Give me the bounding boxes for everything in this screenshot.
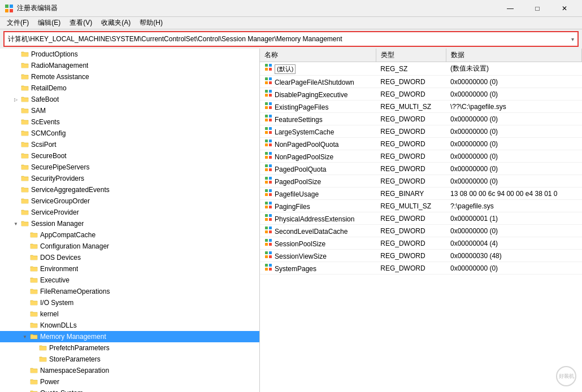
tree-item[interactable]: StoreParameters bbox=[0, 354, 259, 365]
menu-item-查看V[interactable]: 查看(V) bbox=[65, 17, 97, 29]
table-row[interactable]: DisablePagingExecutiveREG_DWORD0x0000000… bbox=[260, 88, 582, 101]
tree-toggle-icon[interactable] bbox=[11, 61, 20, 70]
tree-toggle-icon[interactable] bbox=[20, 298, 29, 307]
tree-toggle-icon[interactable] bbox=[11, 151, 20, 160]
tree-toggle-icon[interactable] bbox=[11, 50, 20, 59]
tree-toggle-icon[interactable]: ▷ bbox=[11, 95, 20, 104]
svg-rect-30 bbox=[40, 347, 46, 350]
table-row[interactable]: SecondLevelDataCacheREG_DWORD0x00000000 … bbox=[260, 225, 582, 237]
tree-toggle-icon[interactable] bbox=[29, 355, 38, 364]
menu-item-文件F[interactable]: 文件(F) bbox=[2, 17, 33, 29]
tree-toggle-icon[interactable] bbox=[11, 72, 20, 81]
address-dropdown-icon[interactable]: ▾ bbox=[571, 36, 574, 42]
tree-item[interactable]: I/O System bbox=[0, 297, 259, 308]
tree-item[interactable]: ▼ Memory Management bbox=[0, 331, 259, 342]
tree-toggle-icon[interactable] bbox=[11, 106, 20, 115]
maximize-button[interactable]: □ bbox=[524, 0, 550, 17]
reg-data: 0x00000000 (0) bbox=[446, 262, 581, 275]
tree-item[interactable]: Executive bbox=[0, 275, 259, 286]
tree-toggle-icon[interactable] bbox=[11, 84, 20, 93]
address-bar[interactable]: 计算机\HKEY_LOCAL_MACHINE\SYSTEM\CurrentCon… bbox=[3, 31, 579, 47]
reg-data: ?:\pagefile.sys bbox=[446, 200, 581, 212]
tree-item[interactable]: KnownDLLs bbox=[0, 320, 259, 331]
tree-toggle-icon[interactable] bbox=[20, 389, 29, 392]
tree-item[interactable]: RetailDemo bbox=[0, 82, 259, 94]
reg-name: SystemPages bbox=[260, 262, 376, 275]
svg-rect-65 bbox=[265, 156, 268, 159]
table-row[interactable]: NonPagedPoolQuotaREG_DWORD0x00000000 (0) bbox=[260, 138, 582, 150]
tree-item[interactable]: Power bbox=[0, 376, 259, 387]
table-row[interactable]: LargeSystemCacheREG_DWORD0x00000000 (0) bbox=[260, 125, 582, 138]
tree-toggle-icon[interactable] bbox=[11, 140, 20, 149]
tree-item[interactable]: SecureBoot bbox=[0, 150, 259, 162]
table-row[interactable]: PagedPoolQuotaREG_DWORD0x00000000 (0) bbox=[260, 163, 582, 175]
tree-item[interactable]: RadioManagement bbox=[0, 60, 259, 71]
tree-item[interactable]: ScsiPort bbox=[0, 139, 259, 150]
tree-toggle-icon[interactable] bbox=[11, 129, 20, 138]
svg-rect-33 bbox=[31, 381, 37, 384]
tree-toggle-icon[interactable] bbox=[20, 287, 29, 296]
table-row[interactable]: ExistingPageFilesREG_MULTI_SZ\??\C:\page… bbox=[260, 101, 582, 113]
table-row[interactable]: SessionPoolSizeREG_DWORD0x00000004 (4) bbox=[260, 237, 582, 250]
table-row[interactable]: PagingFilesREG_MULTI_SZ?:\pagefile.sys bbox=[260, 200, 582, 212]
tree-toggle-icon[interactable] bbox=[11, 208, 20, 217]
tree-item[interactable]: SecurePipeServers bbox=[0, 162, 259, 173]
table-row[interactable]: PagedPoolSizeREG_DWORD0x00000000 (0) bbox=[260, 175, 582, 188]
registry-values-panel[interactable]: 名称 类型 数据 (默认)REG_SZ(数值未设置) ClearPageFile… bbox=[260, 49, 582, 392]
tree-item[interactable]: ServiceAggregatedEvents bbox=[0, 184, 259, 195]
tree-toggle-icon[interactable] bbox=[20, 253, 29, 262]
tree-toggle-icon[interactable] bbox=[11, 185, 20, 194]
tree-toggle-icon[interactable] bbox=[20, 377, 29, 386]
tree-item[interactable]: ▷ SafeBoot bbox=[0, 94, 259, 105]
table-row[interactable]: PagefileUsageREG_BINARY13 08 00 00 6c 94… bbox=[260, 188, 582, 200]
tree-toggle-icon[interactable] bbox=[20, 242, 29, 251]
tree-toggle-icon[interactable] bbox=[20, 321, 29, 330]
menu-item-帮助H[interactable]: 帮助(H) bbox=[135, 17, 167, 29]
svg-rect-94 bbox=[269, 243, 272, 246]
tree-item[interactable]: Quota System bbox=[0, 387, 259, 392]
tree-item[interactable]: kernel bbox=[0, 308, 259, 320]
tree-toggle-icon[interactable] bbox=[20, 310, 29, 319]
table-row[interactable]: SystemPagesREG_DWORD0x00000000 (0) bbox=[260, 262, 582, 275]
tree-item[interactable]: SCMConfig bbox=[0, 128, 259, 139]
tree-toggle-icon[interactable] bbox=[20, 276, 29, 285]
tree-toggle-icon[interactable] bbox=[29, 343, 38, 352]
tree-toggle-icon[interactable] bbox=[11, 163, 20, 172]
tree-item[interactable]: ▼ Session Manager bbox=[0, 218, 259, 229]
tree-panel[interactable]: ProductOptions RadioManagement Remote As… bbox=[0, 49, 260, 392]
tree-toggle-icon[interactable] bbox=[11, 174, 20, 183]
tree-toggle-icon[interactable]: ▼ bbox=[11, 219, 20, 228]
tree-item[interactable]: Remote Assistance bbox=[0, 71, 259, 82]
table-row[interactable]: NonPagedPoolSizeREG_DWORD0x00000000 (0) bbox=[260, 150, 582, 163]
table-row[interactable]: SessionViewSizeREG_DWORD0x00000030 (48) bbox=[260, 250, 582, 262]
tree-item[interactable]: PrefetchParameters bbox=[0, 342, 259, 354]
tree-item[interactable]: Configuration Manager bbox=[0, 241, 259, 252]
menu-item-收藏夹A[interactable]: 收藏夹(A) bbox=[97, 17, 135, 29]
tree-item-label: StoreParameters bbox=[49, 355, 101, 363]
tree-item[interactable]: DOS Devices bbox=[0, 252, 259, 263]
tree-item[interactable]: ScEvents bbox=[0, 116, 259, 128]
table-row[interactable]: FeatureSettingsREG_DWORD0x00000000 (0) bbox=[260, 113, 582, 125]
minimize-button[interactable]: — bbox=[497, 0, 523, 17]
tree-item[interactable]: SAM bbox=[0, 105, 259, 116]
tree-item[interactable]: SecurityProviders bbox=[0, 173, 259, 184]
tree-item[interactable]: ProductOptions bbox=[0, 49, 259, 60]
table-row[interactable]: ClearPageFileAtShutdownREG_DWORD0x000000… bbox=[260, 76, 582, 88]
tree-toggle-icon[interactable] bbox=[11, 197, 20, 206]
tree-item[interactable]: ServiceGroupOrder bbox=[0, 195, 259, 207]
close-button[interactable]: ✕ bbox=[551, 0, 577, 17]
tree-item[interactable]: Environment bbox=[0, 263, 259, 275]
table-row[interactable]: PhysicalAddressExtensionREG_DWORD0x00000… bbox=[260, 212, 582, 225]
tree-toggle-icon[interactable] bbox=[20, 264, 29, 273]
tree-toggle-icon[interactable]: ▼ bbox=[20, 332, 29, 341]
tree-item[interactable]: FileRenameOperations bbox=[0, 286, 259, 297]
tree-item[interactable]: ServiceProvider bbox=[0, 207, 259, 218]
menu-item-编辑E[interactable]: 编辑(E) bbox=[33, 17, 65, 29]
table-row[interactable]: (默认)REG_SZ(数值未设置) bbox=[260, 62, 582, 76]
tree-toggle-icon[interactable] bbox=[20, 230, 29, 239]
tree-toggle-icon[interactable] bbox=[11, 117, 20, 127]
tree-item[interactable]: NamespaceSeparation bbox=[0, 365, 259, 376]
svg-rect-13 bbox=[21, 155, 28, 158]
tree-toggle-icon[interactable] bbox=[20, 366, 29, 375]
tree-item[interactable]: AppCompatCache bbox=[0, 229, 259, 241]
